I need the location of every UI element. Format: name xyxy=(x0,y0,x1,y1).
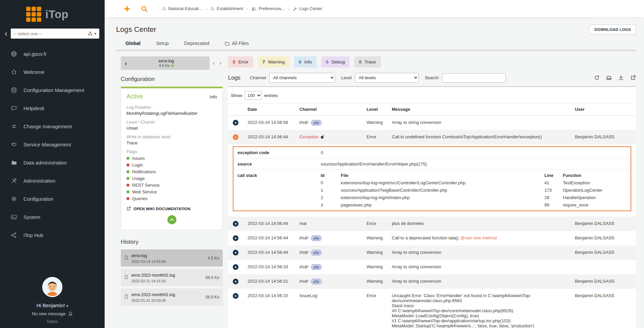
sidebar-item-administration[interactable]: Administration xyxy=(0,172,105,190)
download-icon[interactable] xyxy=(618,75,624,81)
sidebar: iTop ‹ -- select one -- ▾ api.gouv.fr We… xyxy=(0,0,105,328)
sidebar-collapse-icon[interactable]: ‹ xyxy=(5,30,7,38)
tab-deprecated[interactable]: Deprecated xyxy=(184,41,209,46)
external-link-icon xyxy=(126,206,131,211)
collapse-row-icon[interactable] xyxy=(233,134,238,140)
expand-row-icon[interactable] xyxy=(233,279,238,284)
sidebar-item-api-gouv-fr[interactable]: api.gouv.fr xyxy=(0,45,105,63)
column-header-level[interactable]: Level xyxy=(364,103,389,115)
column-header-message[interactable]: Message xyxy=(389,103,572,115)
breadcrumb-item[interactable]: Logs Center xyxy=(293,6,322,11)
history-item[interactable]: error.2022-month02.log2022-02-11 14:16:1… xyxy=(121,269,223,286)
log-date: 2022-03-14 14:56:58 xyxy=(245,115,297,130)
expand-row-icon[interactable] xyxy=(233,293,238,299)
tab-all-files[interactable]: All Files xyxy=(225,41,249,46)
logs-search-input[interactable] xyxy=(442,73,506,83)
open-in-new-icon[interactable] xyxy=(630,75,636,81)
breadcrumb: National Educati... › Establishment › Pr… xyxy=(162,6,322,11)
level-counters: 5Error 7Warning 0Info 0Debug 0Trace xyxy=(228,56,636,67)
open-wiki-documentation-link[interactable]: OPEN WIKI DOCUMENTATION xyxy=(126,206,217,211)
log-message: Uncaught Error: Class 'ErrorHandler' not… xyxy=(389,289,572,328)
sidebar-item-configuration[interactable]: Configuration xyxy=(0,190,105,208)
sidebar-item-configuration-management[interactable]: Configuration Management xyxy=(0,81,105,99)
sidebar-item-helpdesk[interactable]: Helpdesk xyxy=(0,99,105,117)
expand-row-icon[interactable] xyxy=(233,250,238,255)
sidebar-item-data-administration[interactable]: Data administration xyxy=(0,153,105,172)
sidebar-item-system[interactable]: System xyxy=(0,208,105,226)
next-file-icon[interactable]: › xyxy=(218,60,223,66)
log-row: 2022-03-14 14:56:58 PHPphp Warning Array… xyxy=(228,115,636,130)
log-channel: PHP xyxy=(300,236,309,241)
warning-counter-badge[interactable]: 7Warning xyxy=(258,56,289,67)
archive-icon[interactable] xyxy=(606,75,612,81)
sidebar-item-welcome[interactable]: Welcome xyxy=(0,63,105,81)
log-date: 2022-03-14 14:56:31 xyxy=(245,274,297,289)
breadcrumb-item[interactable]: Establishment xyxy=(210,6,243,11)
bell-icon[interactable] xyxy=(68,311,73,316)
hub-icon xyxy=(10,232,17,238)
info-counter-badge[interactable]: 0Info xyxy=(294,56,317,67)
log-message: Call to undefined function Combodo\iTop\… xyxy=(389,130,572,144)
history-file-name: error.2022-month02.log xyxy=(131,273,175,278)
refresh-icon[interactable] xyxy=(594,75,600,81)
global-search-icon[interactable] xyxy=(141,5,148,12)
column-header-user[interactable]: User xyxy=(572,103,636,115)
php-badge: php xyxy=(311,250,322,255)
history-file-name: error.2022-month01.log xyxy=(131,292,175,297)
log-user: Benjamin DALSASS xyxy=(572,289,636,328)
home-icon xyxy=(10,69,17,75)
flag-on-dot-icon xyxy=(126,177,129,180)
file-icon xyxy=(124,274,128,281)
flag-rest-service: REST Service xyxy=(126,183,217,188)
column-header-date[interactable]: Date xyxy=(245,103,297,115)
expand-row-icon[interactable] xyxy=(233,264,238,270)
expand-row-icon[interactable] xyxy=(233,221,238,227)
sidebar-item-service-management[interactable]: Service Management xyxy=(0,135,105,153)
file-icon xyxy=(124,255,128,262)
content: Logs Center DOWNLOAD LOGS Global Setup D… xyxy=(105,18,644,328)
scroll-to-top-button[interactable] xyxy=(167,215,176,224)
sidebar-item-itop-hub[interactable]: iTop Hub xyxy=(0,226,105,244)
channel-filter-select[interactable]: All channels xyxy=(269,73,335,83)
add-object-button[interactable]: + xyxy=(124,4,130,14)
call-stack-label: call stack xyxy=(237,173,321,207)
breadcrumb-item[interactable]: Preferences... xyxy=(251,6,285,11)
trace-counter-badge[interactable]: 0Trace xyxy=(354,56,381,67)
sidebar-item-label: Configuration Management xyxy=(23,87,84,93)
sidebar-item-change-management[interactable]: Change management xyxy=(0,117,105,135)
log-channel: Exception xyxy=(300,134,319,139)
current-file-pill[interactable]: ‹ error.log 4.5 Ko xyxy=(121,56,210,70)
tab-global[interactable]: Global xyxy=(125,41,141,46)
breadcrumb-label: Establishment xyxy=(217,6,243,11)
database-icon xyxy=(10,87,17,93)
entries-label: entries xyxy=(264,93,278,98)
sidebar-item-label: api.gouv.fr xyxy=(23,51,47,57)
column-header-channel[interactable]: Channel xyxy=(297,103,364,115)
flag-web-service: Web Service xyxy=(126,189,217,194)
breadcrumb-item[interactable]: National Educati... xyxy=(162,6,202,11)
flags-title: Flags xyxy=(126,149,217,154)
user-greeting[interactable]: Hi Benjamin! ▾ xyxy=(0,302,105,308)
download-logs-button[interactable]: DOWNLOAD LOGS xyxy=(589,25,636,35)
itop-logo[interactable]: iTop xyxy=(0,0,105,27)
debug-counter-badge[interactable]: 0Debug xyxy=(321,56,350,67)
error-counter-badge[interactable]: 5Error xyxy=(228,56,253,67)
history-item[interactable]: error.log2022-03-14 14:56:58 4.5 Ko xyxy=(121,249,223,267)
user-avatar[interactable] xyxy=(42,277,62,297)
see-new-method-link[interactable]: @see new method xyxy=(460,235,497,240)
log-message: plus de données xyxy=(389,217,572,231)
log-level: Error xyxy=(364,130,389,144)
level-filter-select[interactable]: All levels xyxy=(355,73,419,83)
log-level: Error xyxy=(364,289,389,328)
exception-detail-panel: exception code 0 source sources/Applicat… xyxy=(233,146,631,211)
tab-setup[interactable]: Setup xyxy=(156,41,169,46)
bomb-icon xyxy=(320,135,325,139)
field-value: Trace xyxy=(126,140,217,145)
previous-file-icon[interactable]: ‹ xyxy=(212,60,216,66)
organization-select[interactable]: -- select one -- ▾ xyxy=(11,29,99,39)
entries-count-select[interactable]: 100 xyxy=(245,91,262,100)
collapse-file-panel-icon[interactable]: ‹ xyxy=(125,59,127,67)
history-item[interactable]: error.2022-month01.log2022-01-31 22:00:2… xyxy=(121,288,223,306)
expand-row-icon[interactable] xyxy=(233,120,238,126)
expand-row-icon[interactable] xyxy=(233,235,238,241)
